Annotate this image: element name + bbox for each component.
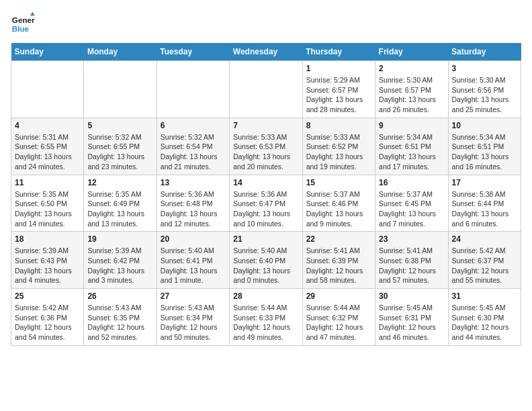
- day-number: 20: [161, 234, 226, 244]
- calendar-cell: 8Sunrise: 5:33 AM Sunset: 6:52 PM Daylig…: [302, 118, 375, 175]
- svg-marker-2: [30, 12, 35, 15]
- weekday-header-friday: Friday: [375, 43, 448, 61]
- weekday-header-sunday: Sunday: [11, 43, 84, 61]
- day-detail: Sunrise: 5:39 AM Sunset: 6:42 PM Dayligh…: [87, 246, 152, 285]
- day-detail: Sunrise: 5:38 AM Sunset: 6:44 PM Dayligh…: [452, 189, 517, 229]
- calendar-cell: 28Sunrise: 5:44 AM Sunset: 6:33 PM Dayli…: [230, 289, 302, 346]
- calendar-cell: 29Sunrise: 5:44 AM Sunset: 6:32 PM Dayli…: [302, 289, 375, 346]
- day-number: 15: [306, 178, 371, 187]
- calendar-cell: 18Sunrise: 5:39 AM Sunset: 6:43 PM Dayli…: [11, 232, 84, 289]
- calendar-cell: 9Sunrise: 5:34 AM Sunset: 6:51 PM Daylig…: [375, 118, 448, 175]
- day-number: 11: [15, 178, 80, 187]
- day-detail: Sunrise: 5:43 AM Sunset: 6:34 PM Dayligh…: [161, 303, 226, 342]
- calendar-cell: 4Sunrise: 5:31 AM Sunset: 6:55 PM Daylig…: [11, 118, 84, 175]
- day-number: 19: [87, 234, 152, 244]
- day-detail: Sunrise: 5:42 AM Sunset: 6:36 PM Dayligh…: [15, 303, 80, 342]
- day-number: 7: [233, 121, 298, 130]
- day-number: 10: [452, 121, 517, 130]
- calendar-cell: 22Sunrise: 5:41 AM Sunset: 6:39 PM Dayli…: [302, 232, 375, 289]
- weekday-header-tuesday: Tuesday: [157, 43, 229, 61]
- day-number: 26: [87, 291, 152, 301]
- calendar-cell: [157, 61, 229, 118]
- day-number: 18: [15, 234, 80, 244]
- day-detail: Sunrise: 5:34 AM Sunset: 6:51 PM Dayligh…: [452, 132, 517, 172]
- calendar-cell: 11Sunrise: 5:35 AM Sunset: 6:50 PM Dayli…: [11, 175, 84, 232]
- day-number: 14: [233, 178, 298, 187]
- day-number: 24: [452, 234, 517, 244]
- calendar-cell: 7Sunrise: 5:33 AM Sunset: 6:53 PM Daylig…: [230, 118, 302, 175]
- day-detail: Sunrise: 5:30 AM Sunset: 6:57 PM Dayligh…: [379, 75, 444, 115]
- weekday-header-saturday: Saturday: [448, 43, 521, 61]
- day-number: 31: [452, 291, 517, 301]
- calendar-cell: 14Sunrise: 5:36 AM Sunset: 6:47 PM Dayli…: [230, 175, 302, 232]
- day-detail: Sunrise: 5:30 AM Sunset: 6:56 PM Dayligh…: [452, 75, 517, 115]
- day-detail: Sunrise: 5:33 AM Sunset: 6:52 PM Dayligh…: [306, 132, 371, 172]
- calendar-cell: 16Sunrise: 5:37 AM Sunset: 6:45 PM Dayli…: [375, 175, 448, 232]
- weekday-header-monday: Monday: [84, 43, 157, 61]
- day-detail: Sunrise: 5:36 AM Sunset: 6:47 PM Dayligh…: [233, 189, 298, 229]
- day-detail: Sunrise: 5:29 AM Sunset: 6:57 PM Dayligh…: [306, 75, 371, 115]
- calendar-cell: 30Sunrise: 5:45 AM Sunset: 6:31 PM Dayli…: [375, 289, 448, 346]
- calendar-cell: 31Sunrise: 5:45 AM Sunset: 6:30 PM Dayli…: [448, 289, 521, 346]
- day-detail: Sunrise: 5:40 AM Sunset: 6:40 PM Dayligh…: [233, 246, 298, 285]
- calendar-cell: 24Sunrise: 5:42 AM Sunset: 6:37 PM Dayli…: [448, 232, 521, 289]
- day-detail: Sunrise: 5:42 AM Sunset: 6:37 PM Dayligh…: [452, 246, 517, 285]
- svg-text:General: General: [12, 15, 35, 24]
- calendar-cell: 12Sunrise: 5:35 AM Sunset: 6:49 PM Dayli…: [84, 175, 157, 232]
- calendar-cell: [84, 61, 157, 118]
- day-detail: Sunrise: 5:33 AM Sunset: 6:53 PM Dayligh…: [233, 132, 298, 172]
- day-number: 23: [379, 234, 444, 244]
- calendar-cell: 3Sunrise: 5:30 AM Sunset: 6:56 PM Daylig…: [448, 61, 521, 118]
- day-detail: Sunrise: 5:31 AM Sunset: 6:55 PM Dayligh…: [15, 132, 80, 172]
- day-number: 3: [452, 64, 517, 73]
- day-detail: Sunrise: 5:44 AM Sunset: 6:33 PM Dayligh…: [233, 303, 298, 342]
- day-detail: Sunrise: 5:37 AM Sunset: 6:45 PM Dayligh…: [379, 189, 444, 229]
- calendar-cell: 21Sunrise: 5:40 AM Sunset: 6:40 PM Dayli…: [230, 232, 302, 289]
- day-detail: Sunrise: 5:35 AM Sunset: 6:50 PM Dayligh…: [15, 189, 80, 229]
- day-detail: Sunrise: 5:43 AM Sunset: 6:35 PM Dayligh…: [87, 303, 152, 342]
- calendar-cell: [230, 61, 302, 118]
- calendar-cell: 26Sunrise: 5:43 AM Sunset: 6:35 PM Dayli…: [84, 289, 157, 346]
- day-number: 29: [306, 291, 371, 301]
- logo-icon: General Blue: [11, 11, 35, 35]
- calendar-table: SundayMondayTuesdayWednesdayThursdayFrid…: [11, 43, 521, 346]
- calendar-cell: 27Sunrise: 5:43 AM Sunset: 6:34 PM Dayli…: [157, 289, 229, 346]
- day-number: 4: [15, 121, 80, 130]
- day-number: 1: [306, 64, 371, 73]
- calendar-cell: [11, 61, 84, 118]
- day-detail: Sunrise: 5:35 AM Sunset: 6:49 PM Dayligh…: [87, 189, 152, 229]
- calendar-cell: 2Sunrise: 5:30 AM Sunset: 6:57 PM Daylig…: [375, 61, 448, 118]
- page-header: General Blue: [11, 11, 521, 35]
- calendar-cell: 10Sunrise: 5:34 AM Sunset: 6:51 PM Dayli…: [448, 118, 521, 175]
- day-detail: Sunrise: 5:41 AM Sunset: 6:38 PM Dayligh…: [379, 246, 444, 285]
- calendar-cell: 15Sunrise: 5:37 AM Sunset: 6:46 PM Dayli…: [302, 175, 375, 232]
- calendar-cell: 13Sunrise: 5:36 AM Sunset: 6:48 PM Dayli…: [157, 175, 229, 232]
- day-number: 12: [87, 178, 152, 187]
- day-detail: Sunrise: 5:44 AM Sunset: 6:32 PM Dayligh…: [306, 303, 371, 342]
- day-number: 17: [452, 178, 517, 187]
- calendar-cell: 25Sunrise: 5:42 AM Sunset: 6:36 PM Dayli…: [11, 289, 84, 346]
- day-detail: Sunrise: 5:34 AM Sunset: 6:51 PM Dayligh…: [379, 132, 444, 172]
- day-detail: Sunrise: 5:39 AM Sunset: 6:43 PM Dayligh…: [15, 246, 80, 285]
- day-detail: Sunrise: 5:40 AM Sunset: 6:41 PM Dayligh…: [161, 246, 226, 285]
- day-number: 13: [161, 178, 226, 187]
- calendar-cell: 17Sunrise: 5:38 AM Sunset: 6:44 PM Dayli…: [448, 175, 521, 232]
- day-number: 6: [161, 121, 226, 130]
- day-number: 8: [306, 121, 371, 130]
- day-detail: Sunrise: 5:32 AM Sunset: 6:54 PM Dayligh…: [161, 132, 226, 172]
- day-detail: Sunrise: 5:32 AM Sunset: 6:55 PM Dayligh…: [87, 132, 152, 172]
- day-number: 9: [379, 121, 444, 130]
- day-number: 27: [161, 291, 226, 301]
- calendar-cell: 19Sunrise: 5:39 AM Sunset: 6:42 PM Dayli…: [84, 232, 157, 289]
- day-detail: Sunrise: 5:36 AM Sunset: 6:48 PM Dayligh…: [161, 189, 226, 229]
- calendar-cell: 5Sunrise: 5:32 AM Sunset: 6:55 PM Daylig…: [84, 118, 157, 175]
- weekday-header-thursday: Thursday: [302, 43, 375, 61]
- day-number: 21: [233, 234, 298, 244]
- day-detail: Sunrise: 5:45 AM Sunset: 6:31 PM Dayligh…: [379, 303, 444, 342]
- day-number: 5: [87, 121, 152, 130]
- day-number: 30: [379, 291, 444, 301]
- day-number: 25: [15, 291, 80, 301]
- calendar-cell: 20Sunrise: 5:40 AM Sunset: 6:41 PM Dayli…: [157, 232, 229, 289]
- day-detail: Sunrise: 5:41 AM Sunset: 6:39 PM Dayligh…: [306, 246, 371, 285]
- calendar-cell: 23Sunrise: 5:41 AM Sunset: 6:38 PM Dayli…: [375, 232, 448, 289]
